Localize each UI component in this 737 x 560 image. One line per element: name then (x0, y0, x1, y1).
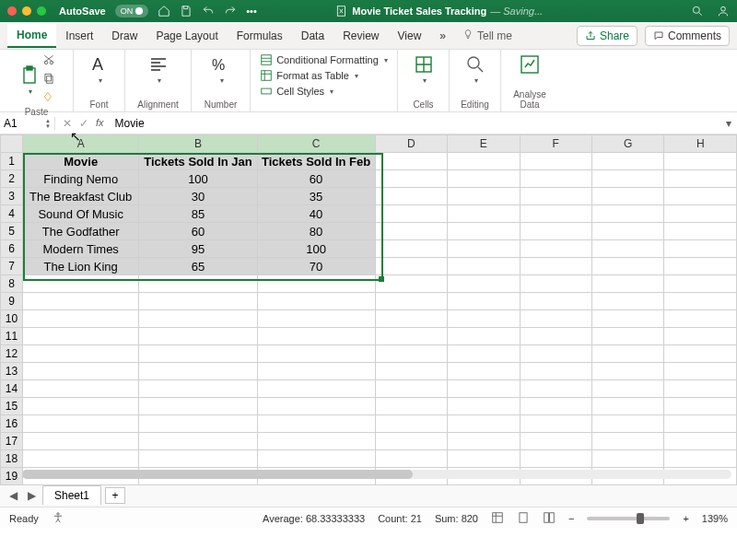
cell[interactable] (591, 398, 663, 415)
cell[interactable] (591, 293, 663, 310)
cell[interactable] (139, 293, 257, 310)
cell[interactable] (448, 293, 520, 310)
sheet-nav-next[interactable]: ▶ (24, 489, 39, 502)
cell[interactable] (448, 328, 520, 345)
home-icon[interactable] (158, 5, 170, 18)
cell[interactable] (139, 450, 257, 468)
row-header[interactable]: 3 (1, 188, 23, 205)
view-page-icon[interactable] (517, 511, 530, 526)
cell[interactable] (591, 153, 663, 170)
cell[interactable] (375, 205, 447, 223)
cell[interactable] (257, 328, 375, 345)
cell[interactable] (257, 433, 375, 450)
cell[interactable] (22, 450, 138, 468)
row-header[interactable]: 16 (1, 415, 23, 433)
row-header[interactable]: 2 (1, 170, 23, 188)
row-header[interactable]: 1 (1, 153, 23, 170)
row-header[interactable]: 7 (1, 258, 23, 275)
zoom-level[interactable]: 139% (702, 513, 728, 524)
tab-formulas[interactable]: Formulas (228, 24, 292, 47)
select-all-cell[interactable] (1, 135, 23, 153)
cell[interactable] (448, 310, 520, 328)
cell-styles-button[interactable]: Cell Styles (260, 85, 333, 98)
row-header[interactable]: 14 (1, 380, 23, 398)
cell[interactable] (664, 310, 737, 328)
cell[interactable] (664, 188, 737, 205)
cell[interactable] (520, 380, 591, 398)
cell[interactable] (591, 415, 663, 433)
cell[interactable] (520, 275, 591, 293)
cell[interactable] (257, 415, 375, 433)
row-header[interactable]: 11 (1, 328, 23, 345)
row-header[interactable]: 9 (1, 293, 23, 310)
cell[interactable] (139, 345, 257, 363)
row-header[interactable]: 10 (1, 310, 23, 328)
add-sheet-button[interactable]: + (105, 487, 125, 504)
cell[interactable] (520, 450, 591, 468)
tab-data[interactable]: Data (292, 24, 333, 47)
fx-icon[interactable]: fx (96, 117, 104, 130)
formula-expand-icon[interactable]: ▾ (720, 117, 737, 130)
cell[interactable] (664, 240, 737, 258)
row-header[interactable]: 5 (1, 223, 23, 240)
zoom-out-button[interactable]: − (568, 513, 574, 524)
cell[interactable] (375, 345, 447, 363)
cell[interactable] (591, 450, 663, 468)
cell[interactable] (448, 415, 520, 433)
cells-button[interactable] (413, 53, 435, 85)
cell[interactable] (591, 240, 663, 258)
cell[interactable] (664, 415, 737, 433)
zoom-slider[interactable] (587, 517, 670, 520)
row-header[interactable]: 4 (1, 205, 23, 223)
view-normal-icon[interactable] (491, 511, 504, 526)
cell[interactable]: 60 (257, 170, 375, 188)
cell[interactable] (375, 275, 447, 293)
cell[interactable] (664, 345, 737, 363)
document-title[interactable]: Movie Ticket Sales Tracking (352, 6, 486, 17)
cell[interactable] (448, 188, 520, 205)
paste-button[interactable] (18, 64, 41, 96)
cell[interactable] (591, 188, 663, 205)
cell[interactable] (520, 398, 591, 415)
maximize-window-icon[interactable] (37, 6, 46, 16)
tab-insert[interactable]: Insert (56, 24, 102, 47)
cell[interactable] (664, 328, 737, 345)
cell[interactable] (22, 433, 138, 450)
cell[interactable]: Tickets Sold In Jan (139, 153, 257, 170)
cell[interactable] (520, 310, 591, 328)
cell[interactable] (375, 310, 447, 328)
cell[interactable] (22, 310, 138, 328)
cell[interactable] (139, 275, 257, 293)
cell[interactable] (448, 223, 520, 240)
cell[interactable] (257, 380, 375, 398)
row-header[interactable]: 18 (1, 450, 23, 468)
cell[interactable]: 70 (257, 258, 375, 275)
cancel-icon[interactable]: ✕ (63, 117, 72, 130)
format-as-table-button[interactable]: Format as Table (260, 69, 358, 82)
cell[interactable] (22, 415, 138, 433)
cell[interactable] (664, 223, 737, 240)
tab-overflow[interactable]: » (430, 24, 455, 47)
cell[interactable] (664, 293, 737, 310)
cell[interactable] (664, 275, 737, 293)
cell[interactable] (664, 433, 737, 450)
account-icon[interactable] (717, 5, 730, 18)
name-box[interactable]: A1 ▲▼ (0, 117, 55, 130)
cell[interactable] (591, 328, 663, 345)
cell[interactable] (520, 345, 591, 363)
save-icon[interactable] (180, 5, 193, 18)
cell[interactable] (375, 415, 447, 433)
cell[interactable] (520, 433, 591, 450)
cell[interactable]: The Breakfast Club (22, 188, 138, 205)
search-icon[interactable] (691, 5, 704, 18)
cell[interactable] (448, 153, 520, 170)
undo-icon[interactable] (202, 5, 215, 18)
sheet-nav-prev[interactable]: ◀ (6, 489, 20, 502)
row-header[interactable]: 12 (1, 345, 23, 363)
cell[interactable] (664, 363, 737, 380)
cell[interactable] (22, 380, 138, 398)
cell[interactable] (22, 275, 138, 293)
cell[interactable]: Movie (22, 153, 138, 170)
column-header[interactable]: F (520, 135, 591, 153)
column-header[interactable]: H (664, 135, 737, 153)
